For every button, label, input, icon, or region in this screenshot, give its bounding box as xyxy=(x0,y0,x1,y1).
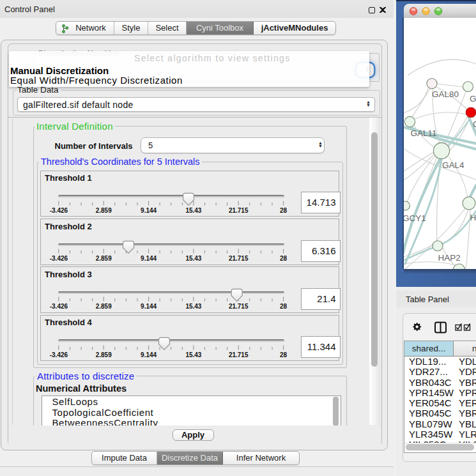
svg-text:2.859: 2.859 xyxy=(96,351,112,358)
svg-text:21.715: 21.715 xyxy=(229,255,249,262)
svg-text:28: 28 xyxy=(280,255,288,262)
svg-text:GAL80: GAL80 xyxy=(432,89,459,99)
svg-text:2.859: 2.859 xyxy=(96,255,112,262)
svg-text:9.144: 9.144 xyxy=(141,303,157,310)
svg-text:9.144: 9.144 xyxy=(141,351,157,358)
svg-text:-3.426: -3.426 xyxy=(50,303,68,310)
svg-text:2.859: 2.859 xyxy=(96,303,112,310)
svg-text:HAP2: HAP2 xyxy=(438,253,461,263)
svg-text:21.715: 21.715 xyxy=(229,207,249,214)
svg-text:28: 28 xyxy=(280,207,288,214)
svg-text:-3.426: -3.426 xyxy=(50,255,68,262)
svg-text:15.43: 15.43 xyxy=(185,303,201,310)
svg-text:9.144: 9.144 xyxy=(141,207,157,214)
svg-text:C: C xyxy=(473,119,476,129)
svg-text:15.43: 15.43 xyxy=(185,207,201,214)
svg-text:GCY1: GCY1 xyxy=(404,213,426,223)
svg-text:-3.426: -3.426 xyxy=(50,351,68,358)
svg-text:-3.426: -3.426 xyxy=(50,207,68,214)
svg-text:GAL11: GAL11 xyxy=(411,128,437,138)
svg-text:GAL4: GAL4 xyxy=(442,160,464,170)
svg-text:9.144: 9.144 xyxy=(141,255,157,262)
svg-text:28: 28 xyxy=(280,303,288,310)
svg-text:GA: GA xyxy=(470,94,476,104)
svg-text:21.715: 21.715 xyxy=(229,351,249,358)
svg-text:21.715: 21.715 xyxy=(229,303,249,310)
svg-text:15.43: 15.43 xyxy=(185,255,201,262)
svg-text:28: 28 xyxy=(280,351,288,358)
svg-text:2.859: 2.859 xyxy=(96,207,112,214)
svg-text:15.43: 15.43 xyxy=(185,351,201,358)
svg-text:H: H xyxy=(470,213,476,222)
